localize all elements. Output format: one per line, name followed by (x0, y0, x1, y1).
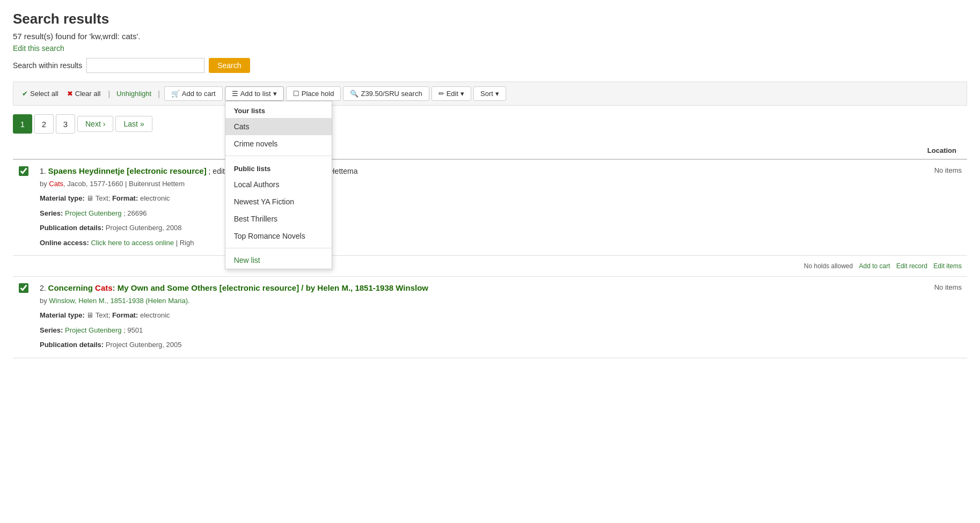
page-2[interactable]: 2 (34, 114, 54, 134)
search-within-row: Search within results Search (13, 58, 967, 73)
search-within-input[interactable] (86, 58, 204, 73)
result-author-highlight-1[interactable]: Cats (49, 180, 63, 188)
result-title-link-1[interactable]: Spaens Heydinnetje [electronic resource] (48, 166, 207, 175)
list-item-cats[interactable]: Cats (225, 118, 332, 135)
result-author-sep-1: | Buitenrust Hettem (125, 180, 185, 188)
result-author-middle-1: , Jacob, 1577-1660 (63, 180, 123, 188)
title-cats-highlight-2: Cats (95, 283, 113, 292)
result-title-row-2: 2. Concerning Cats: My Own and Some Othe… (40, 283, 867, 292)
select-all-button[interactable]: ✔ Select all (19, 87, 62, 100)
separator-1: | (106, 90, 112, 98)
pub-label-1: Publication details: (40, 224, 104, 232)
dropdown-arrow-icon: ▾ (273, 90, 277, 98)
format-label-1: Format: (112, 194, 138, 202)
list-item-best-thrillers[interactable]: Best Thrillers (225, 210, 332, 227)
material-label-1: Material type: (40, 194, 85, 202)
x-icon: ✖ (67, 90, 73, 98)
pub-label-2: Publication details: (40, 341, 104, 349)
page-title: Search results (13, 11, 967, 27)
sort-dropdown-arrow-icon: ▾ (495, 90, 499, 98)
online-label-1: Online access: (40, 239, 89, 247)
result-content-2: 2. Concerning Cats: My Own and Some Othe… (34, 276, 872, 358)
checkbox-cell-2 (13, 276, 34, 358)
result-author-prefix-1: by (40, 180, 49, 188)
result-author-link-2[interactable]: Winslow, Helen M., 1851-1938 (Helen Mari… (49, 297, 189, 305)
result-meta-1: by Cats, Jacob, 1577-1660 | Buitenrust H… (40, 178, 867, 190)
add-to-list-dropdown-wrapper: ☰ Add to list ▾ Your lists Cats Crime no… (225, 86, 284, 101)
result-material-1: Material type: 🖥 Text; Format: electroni… (40, 192, 867, 204)
table-row: 2. Concerning Cats: My Own and Some Othe… (13, 276, 967, 358)
list-item-newest-ya-fiction[interactable]: Newest YA Fiction (225, 193, 332, 210)
cart-icon: 🛒 (171, 90, 180, 98)
format-label-2: Format: (112, 311, 138, 319)
result-number-1: 1. (40, 167, 48, 175)
hold-icon: ☐ (293, 90, 299, 98)
dropdown-divider-1 (225, 156, 332, 156)
edit-button[interactable]: ✏ Edit ▾ (432, 86, 471, 101)
material-label-2: Material type: (40, 311, 85, 319)
result-author-2: by Winslow, Helen M., 1851-1938 (Helen M… (40, 294, 867, 307)
result-pub-2: Publication details: Project Gutenberg, … (40, 338, 867, 351)
series-label-1: Series: (40, 209, 63, 217)
dropdown-divider-2 (225, 248, 332, 248)
pub-value-1: Project Gutenberg, 2008 (106, 224, 182, 232)
add-to-list-dropdown-menu: Your lists Cats Crime novels Public list… (225, 101, 332, 269)
results-table: Location 1. Spaens Heydinnetje [electron… (13, 142, 967, 358)
series-number-1: ; 26696 (123, 209, 147, 217)
pagination: 1 2 3 Next › Last » (13, 114, 967, 134)
clear-all-button[interactable]: ✖ Clear all (64, 87, 104, 100)
result-pub-1: Publication details: Project Gutenberg, … (40, 222, 867, 234)
series-link-1[interactable]: Project Gutenberg (65, 209, 122, 217)
result-checkbox-2[interactable] (19, 283, 28, 293)
material-icon-2: 🖥 Text (86, 311, 108, 319)
result-col-header (34, 142, 872, 159)
public-lists-header: Public lists (225, 159, 332, 176)
location-cell-2: No items (872, 276, 967, 358)
edit-icon: ✏ (438, 90, 444, 98)
checkbox-col-header (13, 142, 34, 159)
result-material-2: Material type: 🖥 Text; Format: electroni… (40, 309, 867, 321)
edit-items-action-1[interactable]: Edit items (933, 262, 962, 270)
result-title-link-2[interactable]: Concerning Cats: My Own and Some Others … (48, 283, 428, 292)
results-count: 57 result(s) found for 'kw,wrdl: cats'. (13, 32, 967, 41)
result-online-1: Online access: Click here to access onli… (40, 237, 867, 249)
last-button[interactable]: Last » (115, 116, 152, 132)
list-item-local-authors[interactable]: Local Authors (225, 176, 332, 193)
series-link-2[interactable]: Project Gutenberg (65, 326, 122, 334)
sort-button[interactable]: Sort ▾ (473, 86, 506, 101)
material-icon-1: 🖥 Text (86, 194, 108, 202)
location-col-header: Location (872, 142, 967, 159)
result-content-1: 1. Spaens Heydinnetje [electronic resour… (34, 159, 872, 255)
table-row: 1. Spaens Heydinnetje [electronic resour… (13, 159, 967, 255)
result-number-2: 2. (40, 284, 48, 292)
z3950-button[interactable]: 🔍 Z39.50/SRU search (343, 86, 429, 101)
next-icon: › (103, 120, 106, 128)
add-to-list-button[interactable]: ☰ Add to list ▾ (225, 86, 284, 101)
format-value-1: electronic (140, 194, 170, 202)
search-icon: 🔍 (350, 90, 359, 98)
search-button[interactable]: Search (209, 58, 250, 73)
no-holds-text-1: No holds allowed (804, 262, 853, 270)
next-button[interactable]: Next › (77, 116, 113, 132)
list-item-crime-novels[interactable]: Crime novels (225, 135, 332, 152)
online-link-1[interactable]: Click here to access online (91, 239, 174, 247)
page-3[interactable]: 3 (56, 114, 75, 134)
add-to-cart-action-1[interactable]: Add to cart (859, 262, 890, 270)
edit-search-link[interactable]: Edit this search (13, 44, 64, 53)
add-to-cart-button[interactable]: 🛒 Add to cart (164, 86, 223, 101)
place-hold-button[interactable]: ☐ Place hold (286, 86, 341, 101)
your-lists-header: Your lists (225, 101, 332, 118)
result-series-1: Series: Project Gutenberg ; 26696 (40, 207, 867, 219)
unhighlight-button[interactable]: Unhighlight (114, 87, 153, 100)
separator-2: | (156, 90, 162, 98)
edit-record-action-1[interactable]: Edit record (896, 262, 927, 270)
pub-value-2: Project Gutenberg, 2005 (106, 341, 182, 349)
list-item-top-romance-novels[interactable]: Top Romance Novels (225, 227, 332, 245)
online-suffix-1: | Righ (176, 239, 194, 247)
page-1[interactable]: 1 (13, 114, 32, 134)
result-title-row-1: 1. Spaens Heydinnetje [electronic resour… (40, 166, 867, 175)
result-checkbox-1[interactable] (19, 166, 28, 176)
result-actions-row-1: No holds allowed Add to cart Edit record… (13, 255, 967, 276)
new-list-item[interactable]: New list (225, 252, 332, 269)
toolbar: ✔ Select all ✖ Clear all | Unhighlight |… (13, 82, 967, 106)
